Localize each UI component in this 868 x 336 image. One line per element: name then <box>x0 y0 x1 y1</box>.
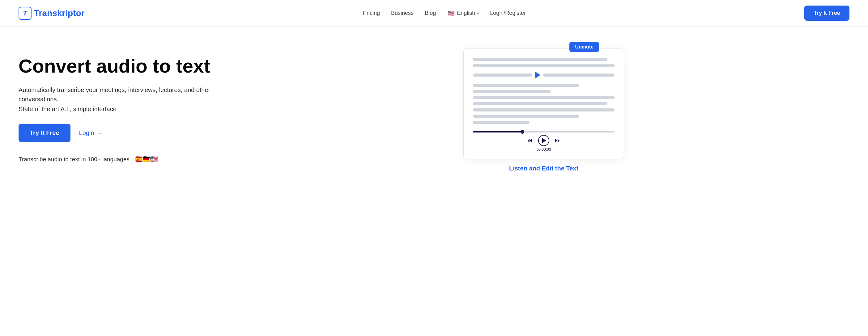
hero-languages: Transcribe audio to text in 100+ languag… <box>19 155 219 164</box>
text-line-9 <box>473 121 529 124</box>
progress-fill <box>473 131 522 133</box>
text-line-2 <box>473 64 615 67</box>
hero-section: Convert audio to text Automatically tran… <box>0 27 868 187</box>
player-card: Unmute <box>463 48 624 159</box>
text-line-3 <box>473 84 579 87</box>
player-time: 00:00:03 <box>537 147 551 152</box>
languages-text: Transcribe audio to text in 100+ languag… <box>19 156 129 163</box>
nav-login-register[interactable]: Login/Register <box>490 10 526 16</box>
nav-pricing[interactable]: Pricing <box>363 10 380 16</box>
play-button[interactable] <box>538 135 549 146</box>
progress-thumb <box>521 130 524 134</box>
nav-blog[interactable]: Blog <box>425 10 436 16</box>
us-flag-icon: 🇺🇸 <box>447 9 455 17</box>
progress-track <box>473 131 615 133</box>
play-cursor-row <box>473 71 615 79</box>
hero-try-free-button[interactable]: Try It Free <box>19 124 70 142</box>
logo-text: Transkriptor <box>34 8 84 18</box>
text-line-7 <box>473 108 615 111</box>
text-line-5 <box>473 96 615 99</box>
fast-forward-button[interactable]: ⏭ <box>555 137 561 144</box>
hero-subtitle-1: Automatically transcribe your meetings, … <box>19 85 219 104</box>
logo[interactable]: T Transkriptor <box>19 7 84 20</box>
progress-bar[interactable] <box>473 131 615 133</box>
background-blob <box>229 58 396 187</box>
play-cursor-icon <box>535 71 540 79</box>
text-line-4 <box>473 90 551 93</box>
controls-row: ⏮ ⏭ <box>526 135 561 146</box>
language-label: English <box>457 10 475 16</box>
player-illustration: Unmute <box>463 48 624 172</box>
transcript-lines <box>473 58 615 124</box>
rewind-button[interactable]: ⏮ <box>526 137 533 144</box>
main-nav: Pricing Business Blog 🇺🇸 English ▾ Login… <box>363 9 526 17</box>
logo-icon: T <box>19 7 32 20</box>
listen-edit-link[interactable]: Listen and Edit the Text <box>463 165 624 172</box>
text-line-8 <box>473 114 579 117</box>
nav-try-free-button[interactable]: Try It Free <box>804 6 849 21</box>
hero-title: Convert audio to text <box>19 56 219 76</box>
hero-left: Convert audio to text Automatically tran… <box>19 56 219 164</box>
site-header: T Transkriptor Pricing Business Blog 🇺🇸 … <box>0 0 868 27</box>
login-label: Login <box>79 129 94 136</box>
language-flags: 🇪🇸 🇩🇪 🇺🇸 <box>134 155 159 164</box>
hero-login-link[interactable]: Login → <box>79 129 102 136</box>
text-line-6 <box>473 102 608 105</box>
nav-business[interactable]: Business <box>391 10 413 16</box>
player-controls: ⏮ ⏭ 00:00:03 <box>473 135 615 152</box>
chevron-down-icon: ▾ <box>477 11 479 15</box>
arrow-icon: → <box>96 129 102 136</box>
unmute-badge[interactable]: Unmute <box>569 42 599 52</box>
text-line-left <box>473 73 532 76</box>
flag-american: 🇺🇸 <box>149 155 159 164</box>
hero-subtitle-2: State of the art A.I., simple interface <box>19 106 219 113</box>
text-line-1 <box>473 58 608 61</box>
language-selector[interactable]: 🇺🇸 English ▾ <box>447 9 479 17</box>
hero-cta-row: Try It Free Login → <box>19 124 219 142</box>
play-icon <box>542 138 546 143</box>
hero-right: Unmute <box>238 48 849 172</box>
text-line-right <box>543 73 615 76</box>
